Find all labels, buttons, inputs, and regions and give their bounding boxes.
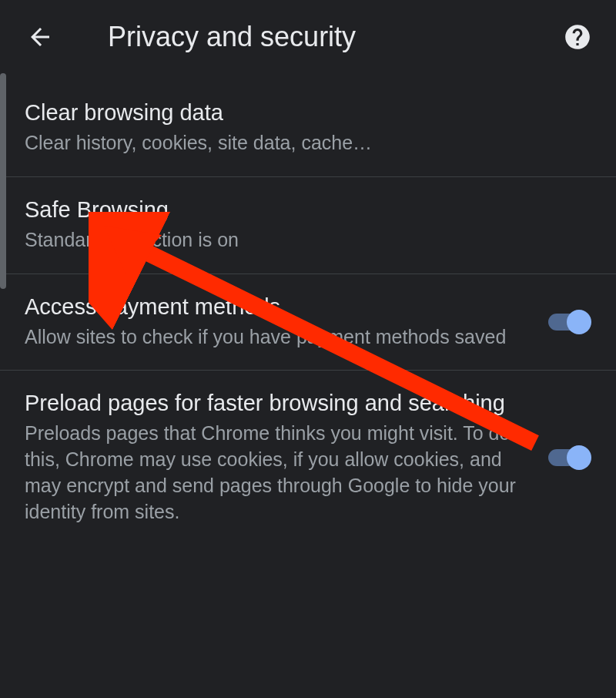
- setting-clear-browsing-data[interactable]: Clear browsing data Clear history, cooki…: [0, 80, 616, 177]
- toggle-thumb: [567, 445, 591, 470]
- help-button[interactable]: [561, 20, 594, 54]
- setting-subtitle: Standard protection is on: [25, 227, 591, 253]
- setting-subtitle: Preloads pages that Chrome thinks you mi…: [25, 421, 530, 525]
- setting-text: Safe Browsing Standard protection is on: [25, 197, 591, 253]
- toggle-payment-methods[interactable]: [545, 308, 591, 336]
- settings-list: Clear browsing data Clear history, cooki…: [0, 80, 616, 545]
- scroll-indicator: [0, 73, 6, 289]
- setting-text: Access payment methods Allow sites to ch…: [25, 294, 530, 351]
- setting-title: Access payment methods: [25, 294, 530, 320]
- help-icon: [563, 22, 592, 52]
- setting-title: Safe Browsing: [25, 197, 591, 223]
- page-title: Privacy and security: [77, 21, 542, 53]
- setting-access-payment-methods[interactable]: Access payment methods Allow sites to ch…: [0, 274, 616, 371]
- header: Privacy and security: [0, 0, 616, 80]
- back-button[interactable]: [22, 18, 59, 55]
- setting-subtitle: Clear history, cookies, site data, cache…: [25, 130, 591, 156]
- setting-text: Preload pages for faster browsing and se…: [25, 391, 530, 525]
- toggle-preload-pages[interactable]: [545, 444, 591, 471]
- setting-title: Clear browsing data: [25, 100, 591, 126]
- setting-title: Preload pages for faster browsing and se…: [25, 391, 530, 416]
- setting-safe-browsing[interactable]: Safe Browsing Standard protection is on: [0, 177, 616, 274]
- setting-text: Clear browsing data Clear history, cooki…: [25, 100, 591, 156]
- toggle-thumb: [567, 310, 591, 334]
- setting-preload-pages[interactable]: Preload pages for faster browsing and se…: [0, 371, 616, 545]
- back-arrow-icon: [26, 23, 54, 51]
- setting-subtitle: Allow sites to check if you have payment…: [25, 324, 530, 351]
